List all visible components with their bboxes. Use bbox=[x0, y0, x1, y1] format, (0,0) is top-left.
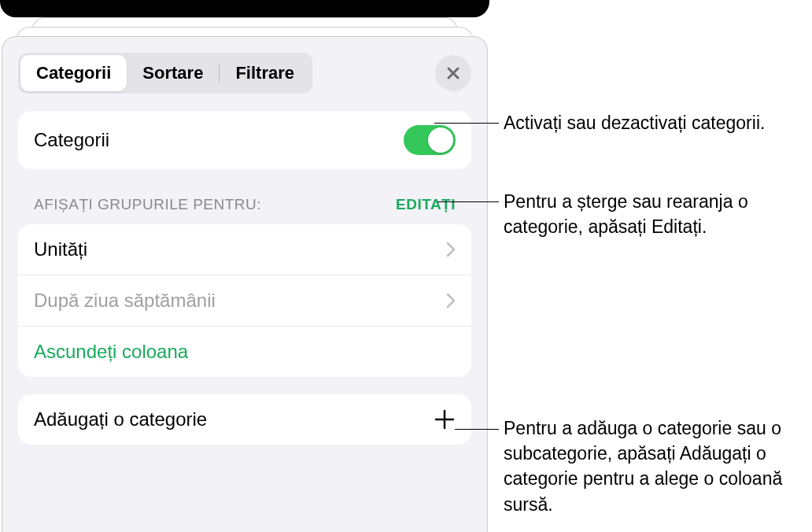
group-item-dupa-ziua[interactable]: După ziua săptămânii bbox=[18, 275, 471, 326]
callout-toggle: Activați sau dezactivați categorii. bbox=[504, 110, 803, 135]
callout-line bbox=[434, 123, 499, 124]
add-category-label: Adăugați o categorie bbox=[34, 408, 207, 430]
edit-button[interactable]: EDITAȚI bbox=[396, 196, 456, 213]
hide-column-label: Ascundeți coloana bbox=[34, 341, 188, 363]
close-icon bbox=[445, 65, 461, 81]
group-item-unitati[interactable]: Unități bbox=[18, 224, 471, 275]
add-category-row[interactable]: Adăugați o categorie bbox=[18, 394, 471, 445]
tab-categorii[interactable]: Categorii bbox=[20, 55, 127, 91]
panel-topbar: Categorii Sortare Filtrare bbox=[18, 53, 471, 94]
add-category-card: Adăugați o categorie bbox=[18, 394, 471, 445]
chevron-right-icon bbox=[446, 293, 456, 308]
toggle-knob bbox=[428, 127, 453, 153]
chevron-right-icon bbox=[446, 242, 456, 257]
categories-toggle[interactable] bbox=[404, 125, 456, 155]
groups-header-label: AFIȘAȚI GRUPURILE PENTRU: bbox=[34, 196, 261, 213]
categories-panel: Categorii Sortare Filtrare Categorii AFI… bbox=[2, 36, 488, 532]
group-item-label: Unități bbox=[34, 238, 87, 260]
groups-card: Unități După ziua săptămânii Ascundeți c… bbox=[18, 224, 471, 377]
close-button[interactable] bbox=[435, 55, 471, 91]
callout-add: Pentru a adăuga o categorie sau o subcat… bbox=[504, 416, 810, 517]
callout-edit: Pentru a șterge sau rearanja o categorie… bbox=[504, 189, 803, 239]
toggle-label: Categorii bbox=[34, 129, 109, 151]
categories-toggle-row: Categorii bbox=[18, 111, 471, 169]
panel-stack: Categorii Sortare Filtrare Categorii AFI… bbox=[0, 17, 489, 532]
callout-line bbox=[455, 429, 499, 430]
window-notch bbox=[0, 0, 489, 17]
tab-filtrare[interactable]: Filtrare bbox=[220, 55, 310, 91]
hide-column-row[interactable]: Ascundeți coloana bbox=[18, 326, 471, 377]
group-item-label: După ziua săptămânii bbox=[34, 290, 216, 312]
tab-sortare[interactable]: Sortare bbox=[127, 55, 219, 91]
toggle-card: Categorii bbox=[18, 111, 471, 169]
callout-line bbox=[437, 201, 499, 202]
groups-section-header: AFIȘAȚI GRUPURILE PENTRU: EDITAȚI bbox=[18, 196, 471, 221]
plus-icon bbox=[434, 408, 456, 430]
tab-segmented-control: Categorii Sortare Filtrare bbox=[18, 53, 312, 94]
